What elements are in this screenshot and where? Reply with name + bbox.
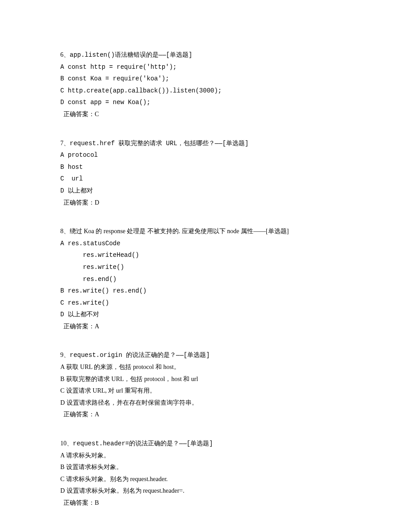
question-option: A 获取 URL 的来源，包括 protocol 和 host。 [60, 361, 357, 373]
question-option: A const http = require('http'); [60, 61, 357, 73]
question-option: D 以上都不对 [60, 309, 357, 321]
question-option: C url [60, 173, 357, 185]
question-number: 6 [60, 51, 63, 58]
correct-answer: 正确答案：C [60, 109, 357, 121]
question-option: A protocol [60, 149, 357, 161]
question-option: B const Koa = require('koa'); [60, 73, 357, 85]
question-option: D 以上都对 [60, 185, 357, 197]
question-prompt: 6、app.listen()语法糖错误的是——[单选题] [60, 49, 357, 61]
question-option: C res.write() [60, 297, 357, 309]
correct-answer: 正确答案：B [60, 497, 357, 509]
correct-answer: 正确答案：A [60, 321, 357, 333]
question-text: 、request.href 获取完整的请求 URL，包括哪些？——[单选题] [63, 140, 248, 147]
question-block: 10、request.header=的说法正确的是？——[单选题]A 请求标头对… [60, 438, 357, 509]
question-option: C 设置请求 URL, 对 url 重写有用。 [60, 385, 357, 397]
question-option: res.end() [60, 273, 357, 285]
question-option: B 设置请求标头对象。 [60, 461, 357, 473]
correct-answer: 正确答案：D [60, 197, 357, 209]
question-prompt: 10、request.header=的说法正确的是？——[单选题] [60, 438, 357, 450]
question-number: 10 [60, 440, 67, 447]
question-option: B host [60, 161, 357, 173]
question-block: 7、request.href 获取完整的请求 URL，包括哪些？——[单选题]A… [60, 138, 357, 209]
question-prompt: 8、绕过 Koa 的 response 处理是 不被支持的. 应避免使用以下 n… [60, 226, 357, 238]
question-option: A res.statusCode [60, 238, 357, 250]
question-option: D const app = new Koa(); [60, 96, 357, 109]
document-page: 6、app.listen()语法糖错误的是——[单选题]A const http… [0, 0, 411, 532]
correct-answer: 正确答案：A [60, 409, 357, 421]
question-block: 8、绕过 Koa 的 response 处理是 不被支持的. 应避免使用以下 n… [60, 226, 357, 332]
question-prompt: 7、request.href 获取完整的请求 URL，包括哪些？——[单选题] [60, 138, 357, 150]
question-option: A 请求标头对象。 [60, 450, 357, 462]
question-option: B 获取完整的请求 URL，包括 protocol，host 和 url [60, 373, 357, 385]
question-number: 8 [60, 228, 63, 235]
question-option: res.write() [60, 261, 357, 273]
question-text: 、request.header=的说法正确的是？——[单选题] [67, 440, 213, 447]
question-option: C http.create(app.callback()).listen(300… [60, 85, 357, 97]
question-number: 7 [60, 140, 63, 147]
question-text: 、request.origin 的说法正确的是？——[单选题] [63, 352, 210, 359]
question-number: 9 [60, 352, 63, 358]
question-text: 、app.listen()语法糖错误的是——[单选题] [63, 51, 192, 59]
question-block: 6、app.listen()语法糖错误的是——[单选题]A const http… [60, 49, 357, 121]
question-option: res.writeHead() [60, 249, 357, 261]
question-option: B res.write() res.end() [60, 285, 357, 297]
question-block: 9、request.origin 的说法正确的是？——[单选题]A 获取 URL… [60, 349, 357, 421]
question-option: D 设置请求标头对象。别名为 request.header=. [60, 485, 357, 497]
question-prompt: 9、request.origin 的说法正确的是？——[单选题] [60, 349, 357, 361]
question-option: D 设置请求路径名，并在存在时保留查询字符串。 [60, 397, 357, 409]
question-option: C 请求标头对象。别名为 request.header. [60, 473, 357, 486]
question-text: 、绕过 Koa 的 response 处理是 不被支持的. 应避免使用以下 no… [63, 228, 289, 235]
